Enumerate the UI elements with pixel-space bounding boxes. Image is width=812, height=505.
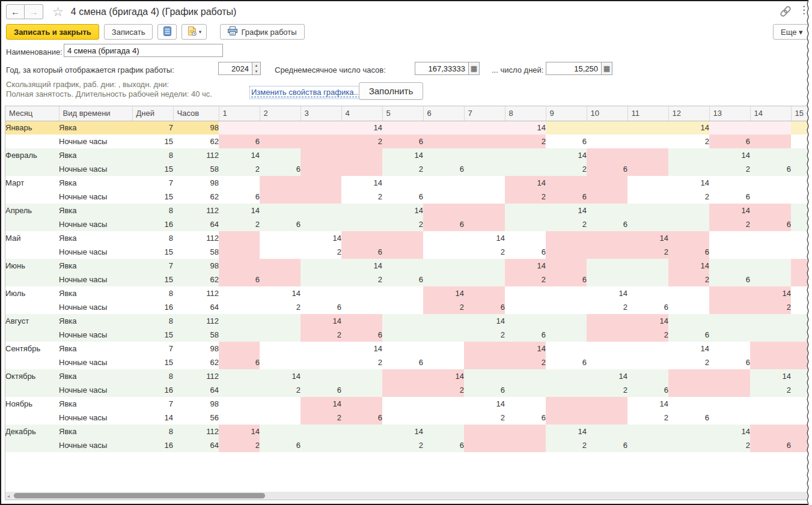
- day-cell[interactable]: 2: [709, 217, 750, 231]
- day-cell[interactable]: [668, 148, 709, 162]
- more-actions-button[interactable]: Еще ▾: [773, 24, 811, 40]
- day-cell[interactable]: [464, 369, 505, 383]
- time-type-cell[interactable]: Ночные часы: [59, 245, 132, 259]
- day-cell[interactable]: [750, 328, 791, 342]
- day-cell[interactable]: [505, 204, 546, 217]
- day-cell[interactable]: [791, 300, 808, 314]
- day-cell[interactable]: [464, 176, 505, 190]
- day-cell[interactable]: [627, 286, 668, 300]
- day-cell[interactable]: 6: [668, 411, 709, 425]
- day-cell[interactable]: [505, 314, 546, 328]
- day-cell[interactable]: [464, 355, 505, 369]
- day-cell[interactable]: [382, 342, 423, 355]
- day-cell[interactable]: 14: [546, 204, 587, 217]
- days-total-cell[interactable]: 15: [132, 135, 173, 148]
- day-cell[interactable]: [341, 217, 382, 231]
- day-cell[interactable]: [627, 273, 668, 286]
- day-cell[interactable]: 6: [668, 245, 709, 259]
- day-cell[interactable]: [505, 397, 546, 411]
- day-cell[interactable]: 2: [709, 438, 750, 452]
- day-cell[interactable]: [750, 355, 791, 369]
- day-cell[interactable]: [791, 217, 808, 231]
- day-cell[interactable]: [219, 328, 260, 342]
- day-cell[interactable]: [546, 300, 587, 314]
- day-cell[interactable]: [709, 176, 750, 190]
- day-cell[interactable]: [260, 397, 301, 411]
- day-cell[interactable]: 2: [709, 162, 750, 176]
- time-type-cell[interactable]: Явка: [59, 342, 132, 355]
- hours-total-cell[interactable]: 58: [173, 162, 219, 176]
- day-cell[interactable]: 14: [260, 286, 301, 300]
- day-cell[interactable]: [750, 273, 791, 286]
- day-cell[interactable]: 6: [464, 383, 505, 397]
- day-cell[interactable]: 6: [382, 273, 423, 286]
- day-cell[interactable]: 2: [668, 355, 709, 369]
- open-register-button[interactable]: [157, 24, 177, 40]
- day-cell[interactable]: 6: [627, 383, 668, 397]
- day-cell[interactable]: [668, 231, 709, 245]
- print-schedule-button[interactable]: График работы: [220, 24, 304, 40]
- day-cell[interactable]: 2: [546, 217, 587, 231]
- day-cell[interactable]: [382, 411, 423, 425]
- day-cell[interactable]: [546, 397, 587, 411]
- day-cell[interactable]: 6: [382, 135, 423, 148]
- day-cell[interactable]: [668, 397, 709, 411]
- day-cell[interactable]: 2: [382, 217, 423, 231]
- time-type-cell[interactable]: Явка: [59, 425, 132, 438]
- day-cell[interactable]: 6: [423, 438, 464, 452]
- day-cell[interactable]: [709, 259, 750, 273]
- day-cell[interactable]: [587, 176, 627, 190]
- day-cell[interactable]: [791, 259, 808, 273]
- day-cell[interactable]: 2: [219, 217, 260, 231]
- days-total-cell[interactable]: 15: [132, 328, 173, 342]
- day-cell[interactable]: [546, 176, 587, 190]
- day-cell[interactable]: 2: [341, 355, 382, 369]
- day-cell[interactable]: [219, 314, 260, 328]
- day-cell[interactable]: [260, 121, 301, 135]
- hours-total-cell[interactable]: 64: [173, 438, 219, 452]
- day-cell[interactable]: [301, 217, 341, 231]
- day-cell[interactable]: [791, 425, 808, 438]
- day-cell[interactable]: [505, 425, 546, 438]
- day-cell[interactable]: 2: [464, 411, 505, 425]
- day-cell[interactable]: [546, 286, 587, 300]
- day-cell[interactable]: [750, 204, 791, 217]
- day-cell[interactable]: 6: [423, 162, 464, 176]
- day-cell[interactable]: [627, 148, 668, 162]
- time-type-cell[interactable]: Явка: [59, 176, 132, 190]
- day-cell[interactable]: 6: [587, 438, 627, 452]
- day-cell[interactable]: 14: [709, 204, 750, 217]
- avg-days-calc-button[interactable]: ▦: [602, 62, 612, 75]
- hours-total-cell[interactable]: 98: [173, 342, 219, 355]
- time-type-cell[interactable]: Ночные часы: [59, 300, 132, 314]
- day-cell[interactable]: 14: [750, 369, 791, 383]
- day-cell[interactable]: [791, 355, 808, 369]
- month-cell[interactable]: [5, 217, 59, 231]
- day-cell[interactable]: [750, 231, 791, 245]
- day-cell[interactable]: [709, 245, 750, 259]
- day-cell[interactable]: 2: [505, 273, 546, 286]
- day-cell[interactable]: [219, 411, 260, 425]
- day-cell[interactable]: 14: [219, 425, 260, 438]
- day-cell[interactable]: [750, 425, 791, 438]
- day-cell[interactable]: [260, 342, 301, 355]
- day-cell[interactable]: [423, 231, 464, 245]
- hours-total-cell[interactable]: 112: [173, 369, 219, 383]
- days-total-cell[interactable]: 8: [132, 231, 173, 245]
- day-cell[interactable]: 2: [260, 300, 301, 314]
- day-cell[interactable]: [587, 245, 627, 259]
- day-cell[interactable]: [587, 397, 627, 411]
- day-cell[interactable]: [341, 369, 382, 383]
- day-cell[interactable]: 14: [219, 148, 260, 162]
- day-cell[interactable]: [423, 355, 464, 369]
- day-cell[interactable]: [301, 162, 341, 176]
- month-cell[interactable]: [5, 245, 59, 259]
- day-cell[interactable]: [301, 286, 341, 300]
- day-cell[interactable]: 14: [546, 148, 587, 162]
- day-cell[interactable]: 14: [505, 121, 546, 135]
- time-type-cell[interactable]: Явка: [59, 231, 132, 245]
- day-cell[interactable]: 6: [505, 328, 546, 342]
- days-total-cell[interactable]: 8: [132, 286, 173, 300]
- save-button[interactable]: Записать: [104, 24, 153, 40]
- days-total-cell[interactable]: 15: [132, 355, 173, 369]
